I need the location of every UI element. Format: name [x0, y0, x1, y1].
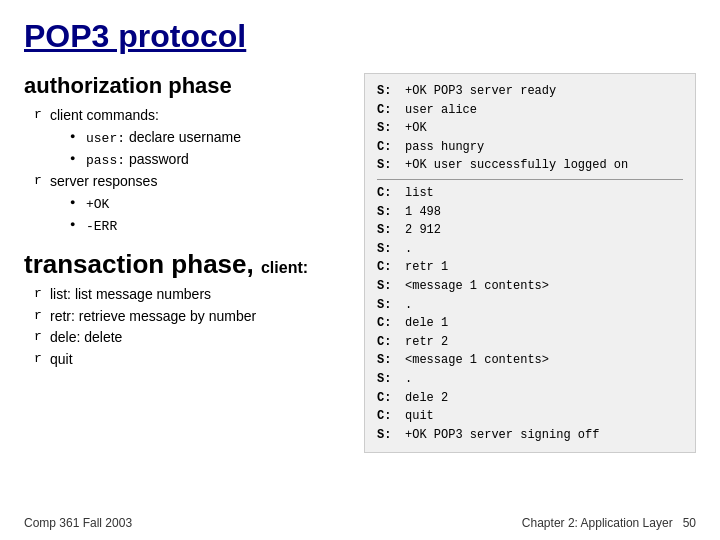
content-16: .: [405, 370, 412, 389]
main-content: authorization phase client commands: use…: [24, 73, 696, 453]
sc-line-7: S: 1 498: [377, 203, 683, 222]
sc-line-1: S: +OK POP3 server ready: [377, 82, 683, 101]
prefix-10: C:: [377, 258, 405, 277]
sc-line-4: C: pass hungry: [377, 138, 683, 157]
content-17: dele 2: [405, 389, 448, 408]
content-11: <message 1 contents>: [405, 277, 549, 296]
content-3: +OK: [405, 119, 427, 138]
content-1: +OK POP3 server ready: [405, 82, 556, 101]
sc-line-8: S: 2 912: [377, 221, 683, 240]
content-10: retr 1: [405, 258, 448, 277]
pass-command: pass: password: [70, 149, 344, 171]
prefix-16: S:: [377, 370, 405, 389]
footer-course: Comp 361 Fall 2003: [24, 516, 132, 530]
right-panel: S: +OK POP3 server ready C: user alice S…: [364, 73, 696, 453]
sc-line-3: S: +OK: [377, 119, 683, 138]
page-title: POP3 protocol: [24, 18, 696, 55]
content-19: +OK POP3 server signing off: [405, 426, 599, 445]
content-5: +OK user successfully logged on: [405, 156, 628, 175]
sc-line-19: S: +OK POP3 server signing off: [377, 426, 683, 445]
content-12: .: [405, 296, 412, 315]
prefix-11: S:: [377, 277, 405, 296]
left-panel: authorization phase client commands: use…: [24, 73, 344, 453]
sc-line-16: S: .: [377, 370, 683, 389]
sc-line-15: S: <message 1 contents>: [377, 351, 683, 370]
prefix-19: S:: [377, 426, 405, 445]
content-8: 2 912: [405, 221, 441, 240]
prefix-13: C:: [377, 314, 405, 333]
client-commands-sub-list: user: declare username pass: password: [70, 127, 344, 171]
sc-line-5: S: +OK user successfully logged on: [377, 156, 683, 175]
sc-line-2: C: user alice: [377, 101, 683, 120]
list-item-4: quit: [34, 349, 344, 371]
transaction-heading-sub: client:: [261, 259, 308, 276]
prefix-4: C:: [377, 138, 405, 157]
prefix-7: S:: [377, 203, 405, 222]
transaction-list: list: list message numbers retr: retriev…: [34, 284, 344, 371]
sc-line-10: C: retr 1: [377, 258, 683, 277]
divider: [377, 179, 683, 180]
err-response: -ERR: [70, 215, 344, 237]
content-14: retr 2: [405, 333, 448, 352]
list-item-3: dele: delete: [34, 327, 344, 349]
server-responses-item: server responses +OK -ERR: [34, 171, 344, 237]
transaction-heading-main: transaction phase,: [24, 249, 254, 279]
prefix-2: C:: [377, 101, 405, 120]
user-command: user: declare username: [70, 127, 344, 149]
transaction-heading: transaction phase, client:: [24, 249, 344, 280]
content-4: pass hungry: [405, 138, 484, 157]
list-item-2: retr: retrieve message by number: [34, 306, 344, 328]
sc-line-14: C: retr 2: [377, 333, 683, 352]
prefix-14: C:: [377, 333, 405, 352]
sc-line-12: S: .: [377, 296, 683, 315]
content-13: dele 1: [405, 314, 448, 333]
content-15: <message 1 contents>: [405, 351, 549, 370]
prefix-6: C:: [377, 184, 405, 203]
prefix-9: S:: [377, 240, 405, 259]
content-9: .: [405, 240, 412, 259]
ok-response: +OK: [70, 193, 344, 215]
server-responses-sub-list: +OK -ERR: [70, 193, 344, 237]
server-responses-label: server responses: [50, 173, 157, 189]
sc-line-9: S: .: [377, 240, 683, 259]
sc-line-6: C: list: [377, 184, 683, 203]
prefix-12: S:: [377, 296, 405, 315]
prefix-5: S:: [377, 156, 405, 175]
prefix-3: S:: [377, 119, 405, 138]
content-2: user alice: [405, 101, 477, 120]
page: POP3 protocol authorization phase client…: [0, 0, 720, 540]
prefix-17: C:: [377, 389, 405, 408]
client-commands-item: client commands: user: declare username …: [34, 105, 344, 171]
client-commands-label: client commands:: [50, 107, 159, 123]
sc-line-11: S: <message 1 contents>: [377, 277, 683, 296]
footer-chapter: Chapter 2: Application Layer 50: [522, 516, 696, 530]
auth-heading: authorization phase: [24, 73, 344, 99]
prefix-15: S:: [377, 351, 405, 370]
content-18: quit: [405, 407, 434, 426]
content-6: list: [405, 184, 434, 203]
prefix-18: C:: [377, 407, 405, 426]
sc-line-17: C: dele 2: [377, 389, 683, 408]
client-commands-list: client commands: user: declare username …: [34, 105, 344, 237]
sc-line-18: C: quit: [377, 407, 683, 426]
content-7: 1 498: [405, 203, 441, 222]
footer: Comp 361 Fall 2003 Chapter 2: Applicatio…: [24, 516, 696, 530]
prefix-1: S:: [377, 82, 405, 101]
list-item-1: list: list message numbers: [34, 284, 344, 306]
prefix-8: S:: [377, 221, 405, 240]
sc-line-13: C: dele 1: [377, 314, 683, 333]
